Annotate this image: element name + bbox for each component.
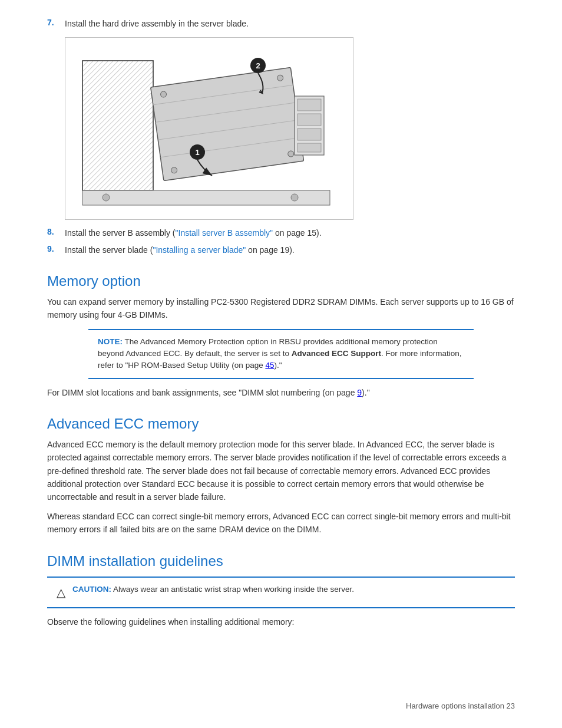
svg-rect-14 bbox=[297, 114, 321, 126]
caution-icon: △ bbox=[57, 584, 65, 601]
observe-text: Observe the following guidelines when in… bbox=[47, 615, 515, 628]
step-8: 8. Install the server B assembly ("Insta… bbox=[47, 227, 515, 239]
step-9: 9. Install the server blade ("Installing… bbox=[47, 244, 515, 256]
memory-option-body: You can expand server memory by installi… bbox=[47, 295, 515, 322]
svg-text:2: 2 bbox=[256, 61, 260, 70]
advanced-ecc-para1: Advanced ECC memory is the default memor… bbox=[47, 438, 515, 504]
step-7-num: 7. bbox=[47, 18, 65, 30]
step-7: 7. Install the hard drive assembly in th… bbox=[47, 18, 515, 30]
step-8-text: Install the server B assembly ("Install … bbox=[65, 227, 515, 239]
dimm-ref: For DIMM slot locations and bank assignm… bbox=[47, 386, 515, 399]
caution-box: △ CAUTION: Always wear an antistatic wri… bbox=[47, 577, 515, 608]
step-7-text: Install the hard drive assembly in the s… bbox=[65, 18, 515, 30]
note-label: NOTE: bbox=[98, 337, 123, 346]
svg-rect-15 bbox=[297, 129, 321, 140]
svg-rect-16 bbox=[297, 143, 321, 152]
dimm-link[interactable]: 9 bbox=[357, 388, 362, 397]
svg-point-23 bbox=[291, 194, 298, 201]
svg-rect-13 bbox=[297, 99, 321, 111]
footer-text: Hardware options installation 23 bbox=[406, 701, 515, 710]
step-9-link[interactable]: "Installing a server blade" bbox=[153, 245, 246, 255]
page-footer: Hardware options installation 23 bbox=[406, 701, 515, 710]
memory-option-heading: Memory option bbox=[47, 273, 515, 289]
step-8-link[interactable]: "Install server B assembly" bbox=[176, 228, 273, 238]
svg-rect-1 bbox=[82, 61, 153, 190]
caution-text: CAUTION: Always wear an antistatic wrist… bbox=[72, 584, 354, 595]
note-link[interactable]: 45 bbox=[265, 361, 274, 370]
svg-text:1: 1 bbox=[195, 148, 199, 157]
hard-drive-diagram: 1 2 bbox=[65, 37, 353, 220]
caution-label: CAUTION: bbox=[72, 585, 111, 594]
step-8-num: 8. bbox=[47, 227, 65, 239]
hard-drive-svg: 1 2 bbox=[71, 43, 348, 214]
svg-point-22 bbox=[103, 194, 110, 201]
note-bold: Advanced ECC Support bbox=[292, 349, 381, 358]
dimm-guidelines-heading: DIMM installation guidelines bbox=[47, 553, 515, 569]
advanced-ecc-para2: Whereas standard ECC can correct single-… bbox=[47, 510, 515, 536]
advanced-ecc-heading: Advanced ECC memory bbox=[47, 416, 515, 432]
note-end: )." bbox=[274, 361, 282, 370]
svg-rect-3 bbox=[151, 68, 304, 181]
note-box: NOTE: The Advanced Memory Protection opt… bbox=[88, 329, 474, 379]
step-9-text: Install the server blade ("Installing a … bbox=[65, 244, 515, 256]
step-9-num: 9. bbox=[47, 244, 65, 256]
